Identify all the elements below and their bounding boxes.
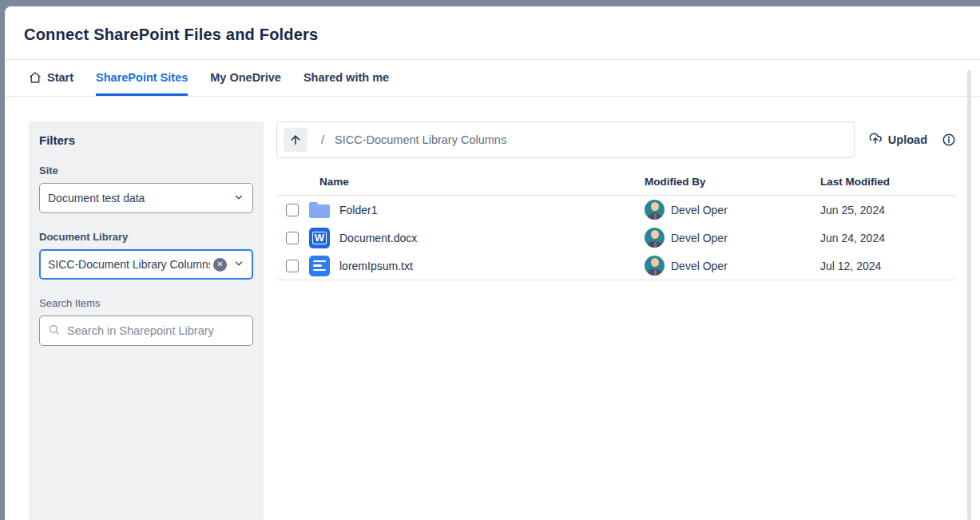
site-label: Site	[39, 165, 253, 177]
column-header-last-modified: Last Modified	[820, 176, 956, 188]
upload-label: Upload	[888, 133, 927, 146]
last-modified-cell: Jun 25, 2024	[820, 204, 956, 216]
document-library-value: SICC-Document Library Columns	[48, 258, 210, 271]
home-icon	[29, 71, 42, 84]
chevron-down-icon	[233, 192, 244, 205]
clear-selection-icon[interactable]: ✕	[213, 258, 227, 272]
row-checkbox[interactable]	[286, 260, 299, 272]
file-name[interactable]: Folder1	[339, 204, 377, 216]
column-header-modified-by: Modified By	[645, 176, 820, 188]
column-header-name: Name	[286, 176, 645, 188]
document-library-label: Document Library	[39, 231, 253, 243]
table-body: Folder1Devel OperJun 25, 2024WDocument.d…	[276, 196, 956, 280]
modified-by-name: Devel Oper	[671, 260, 728, 272]
upload-button[interactable]: Upload	[868, 132, 927, 148]
table-row[interactable]: WDocument.docxDevel OperJun 24, 2024	[276, 224, 956, 252]
word-document-icon: W	[309, 228, 330, 248]
chevron-down-icon	[233, 258, 244, 272]
modified-by-cell: Devel Oper	[645, 228, 820, 248]
site-select[interactable]: Document test data	[39, 183, 253, 213]
modified-by-cell: Devel Oper	[645, 200, 820, 220]
tab-my-onedrive[interactable]: My OneDrive	[210, 71, 281, 96]
filters-heading: Filters	[39, 133, 253, 147]
tab-label: Start	[47, 71, 73, 84]
table-row[interactable]: loremIpsum.txtDevel OperJul 12, 2024	[276, 252, 956, 280]
tab-label: SharePoint Sites	[96, 71, 188, 84]
breadcrumb-separator: /	[321, 133, 324, 146]
user-avatar	[645, 228, 665, 248]
filters-panel: Filters Site Document test data Document…	[29, 121, 264, 520]
table-header: Name Modified By Last Modified	[276, 176, 956, 196]
last-modified-cell: Jul 12, 2024	[820, 260, 956, 272]
table-row[interactable]: Folder1Devel OperJun 25, 2024	[276, 196, 956, 224]
user-avatar	[645, 200, 665, 220]
row-checkbox[interactable]	[286, 232, 299, 244]
upload-cloud-icon	[868, 132, 883, 148]
breadcrumb: / SICC-Document Library Columns	[276, 121, 855, 158]
modified-by-name: Devel Oper	[671, 232, 728, 244]
tab-label: Shared with me	[304, 71, 389, 84]
files-table: Name Modified By Last Modified Folder1De…	[276, 176, 956, 280]
modified-by-cell: Devel Oper	[645, 256, 820, 276]
dialog-header: Connect SharePoint Files and Folders	[5, 6, 980, 60]
search-icon	[48, 324, 60, 338]
navigate-up-button[interactable]	[284, 128, 307, 152]
row-checkbox[interactable]	[286, 204, 299, 216]
user-avatar	[645, 256, 665, 276]
tab-sharepoint-sites[interactable]: SharePoint Sites	[96, 71, 188, 96]
search-items-label: Search Items	[39, 297, 253, 309]
breadcrumb-row: / SICC-Document Library Columns Upload	[276, 121, 956, 158]
breadcrumb-path[interactable]: SICC-Document Library Columns	[335, 133, 506, 146]
search-input[interactable]: Search in Sharepoint Library	[39, 316, 253, 346]
document-library-select[interactable]: SICC-Document Library Columns ✕	[39, 249, 253, 280]
tab-label: My OneDrive	[210, 71, 281, 84]
folder-icon	[309, 200, 330, 220]
name-cell: loremIpsum.txt	[286, 256, 645, 276]
tab-start[interactable]: Start	[29, 71, 73, 96]
file-name[interactable]: Document.docx	[339, 232, 417, 244]
vertical-scrollbar[interactable]	[967, 70, 971, 520]
tab-bar: Start SharePoint Sites My OneDrive Share…	[5, 60, 980, 97]
main-area: Filters Site Document test data Document…	[5, 97, 980, 520]
modified-by-name: Devel Oper	[671, 204, 728, 216]
toolbar-actions: Upload	[868, 132, 956, 148]
page-title: Connect SharePoint Files and Folders	[24, 26, 961, 44]
info-icon[interactable]	[942, 133, 956, 147]
file-name[interactable]: loremIpsum.txt	[339, 260, 413, 272]
tab-shared-with-me[interactable]: Shared with me	[304, 71, 389, 96]
library-content: / SICC-Document Library Columns Upload	[276, 121, 980, 520]
dialog-connect-sharepoint: Connect SharePoint Files and Folders Sta…	[5, 6, 980, 520]
site-select-value: Document test data	[48, 192, 233, 204]
name-cell: Folder1	[286, 200, 645, 220]
search-placeholder: Search in Sharepoint Library	[67, 324, 214, 337]
last-modified-cell: Jun 24, 2024	[820, 232, 956, 244]
text-file-icon	[309, 256, 330, 276]
name-cell: WDocument.docx	[286, 228, 645, 248]
